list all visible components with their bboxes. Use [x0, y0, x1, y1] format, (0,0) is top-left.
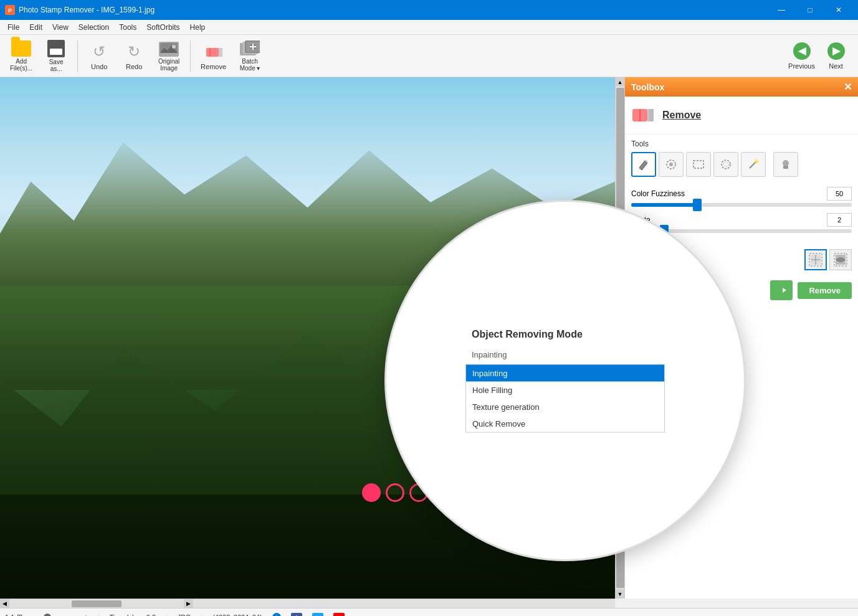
- dilate-value[interactable]: 2: [827, 213, 852, 227]
- youtube-icon[interactable]: ▶: [333, 613, 345, 617]
- remove-button[interactable]: Remove: [196, 38, 231, 74]
- remove-label: Remove: [201, 63, 226, 70]
- previous-icon: ◀: [793, 42, 811, 60]
- tool-magic-select-button[interactable]: [659, 152, 684, 177]
- color-fuzziness-slider[interactable]: [631, 203, 852, 207]
- remove-action-button[interactable]: Remove: [798, 282, 852, 299]
- app-icon: P: [5, 5, 15, 15]
- format-label: JPG: [178, 614, 191, 617]
- info-icon[interactable]: i: [272, 613, 281, 617]
- watermark-circle-1: [362, 483, 381, 502]
- toolbox-header: Toolbox ✕: [625, 77, 858, 97]
- tool-magic-wand-button[interactable]: [741, 152, 766, 177]
- dropdown-item-quick-remove[interactable]: Quick Remove: [466, 415, 664, 432]
- menu-edit[interactable]: Edit: [24, 22, 47, 33]
- menu-bar: File Edit View Selection Tools SoftOrbit…: [0, 20, 858, 35]
- minimize-button[interactable]: —: [767, 0, 796, 20]
- original-image-button[interactable]: Original Image: [153, 38, 185, 74]
- status-sep2: |: [166, 614, 168, 617]
- zoom-section: 1:1 ⊞ – +: [5, 613, 88, 616]
- batch-mode-icon: [240, 40, 260, 57]
- status-sep1: |: [98, 614, 100, 617]
- tool-rect-select-button[interactable]: [686, 152, 711, 177]
- time-label: Time (s):: [110, 614, 136, 617]
- title-left: P Photo Stamp Remover - IMG_1599-1.jpg: [5, 5, 155, 15]
- tools-label: Tools: [631, 140, 852, 148]
- dropdown-item-hole-filling[interactable]: Hole Filling: [466, 382, 664, 399]
- color-fuzziness-value[interactable]: 50: [827, 187, 852, 201]
- original-image-icon: [159, 40, 179, 57]
- previous-label: Previous: [788, 62, 815, 70]
- undo-button[interactable]: ↺ Undo: [83, 38, 115, 74]
- svg-rect-6: [206, 48, 219, 57]
- nav-buttons: ◀ Previous ▶ Next: [784, 38, 853, 74]
- remove-section: Remove: [625, 97, 858, 135]
- scroll-down-arrow[interactable]: ▼: [616, 589, 625, 599]
- add-files-button[interactable]: Add File(s)...: [5, 38, 37, 74]
- toolbar: Add File(s)... Save as... ↺ Undo ↻ Redo: [0, 35, 858, 77]
- title-bar: P Photo Stamp Remover - IMG_1599-1.jpg —…: [0, 0, 858, 20]
- window-controls: — □ ✕: [767, 0, 853, 20]
- add-files-icon: [11, 40, 31, 57]
- color-fuzziness-row: Color Fuzziness 50: [631, 187, 852, 207]
- toolbox-close-button[interactable]: ✕: [844, 81, 852, 93]
- dropdown-item-inpainting[interactable]: Inpainting: [466, 365, 664, 382]
- svg-point-20: [669, 163, 673, 166]
- sep1: [77, 40, 78, 72]
- save-as-button[interactable]: Save as...: [40, 38, 72, 74]
- svg-line-24: [750, 162, 756, 168]
- main-area: SHOT ON MI 9T AI TRIPLE CAMERA ▲ ▼ Toolb…: [0, 77, 858, 599]
- menu-file[interactable]: File: [2, 22, 24, 33]
- menu-softorbits[interactable]: SoftOrbits: [141, 22, 184, 33]
- menu-view[interactable]: View: [47, 22, 74, 33]
- undo-label: Undo: [91, 63, 107, 70]
- svg-point-25: [755, 161, 757, 163]
- sep2: [190, 40, 191, 72]
- save-icon: [46, 40, 66, 57]
- zoom-minus-button[interactable]: –: [25, 614, 29, 617]
- save-as-label: Save as...: [49, 59, 64, 72]
- go-button[interactable]: [770, 280, 793, 300]
- batch-mode-label: Batch Mode ▾: [240, 58, 260, 72]
- hscroll-right-arrow[interactable]: ▶: [184, 599, 193, 609]
- svg-rect-16: [649, 109, 654, 121]
- original-image-label: Original Image: [158, 58, 179, 72]
- svg-rect-30: [783, 166, 788, 169]
- batch-mode-button[interactable]: Batch Mode ▾: [234, 38, 266, 74]
- menu-help[interactable]: Help: [185, 22, 211, 33]
- previous-button[interactable]: ◀ Previous: [784, 38, 819, 74]
- maximize-button[interactable]: □: [796, 0, 824, 20]
- dimensions-label: (4032x3024x24): [212, 614, 262, 617]
- mode-btn-1[interactable]: [804, 249, 827, 270]
- horizontal-scrollbar[interactable]: ◀ ▶: [0, 599, 615, 608]
- svg-point-22: [722, 160, 730, 169]
- tools-row: [631, 152, 852, 177]
- menu-tools[interactable]: Tools: [114, 22, 141, 33]
- mode-btn-2[interactable]: [829, 249, 852, 270]
- dropdown-item-texture-generation[interactable]: Texture generation: [466, 399, 664, 415]
- svg-line-26: [757, 159, 758, 161]
- hscroll-left-arrow[interactable]: ◀: [0, 599, 9, 609]
- svg-point-29: [783, 160, 789, 166]
- scroll-up-arrow[interactable]: ▲: [616, 77, 625, 87]
- close-button[interactable]: ✕: [824, 0, 853, 20]
- dropdown-title: Object Removing Mode: [465, 329, 665, 340]
- next-button[interactable]: ▶ Next: [819, 38, 853, 74]
- hscroll-thumb[interactable]: [72, 600, 122, 607]
- svg-rect-7: [219, 48, 222, 57]
- time-value: 0.2: [146, 614, 156, 617]
- tool-pencil-button[interactable]: [631, 152, 656, 177]
- bottom-bar: ◀ ▶: [0, 599, 858, 608]
- tool-lasso-button[interactable]: [713, 152, 738, 177]
- tool-stamp-button[interactable]: [773, 152, 798, 177]
- menu-selection[interactable]: Selection: [74, 22, 114, 33]
- status-bar: 1:1 ⊞ – + | Time (s): 0.2 | JPG | (4032x…: [0, 608, 858, 616]
- twitter-icon[interactable]: t: [312, 613, 323, 617]
- dropdown-current: Inpainting: [465, 348, 665, 362]
- redo-icon: ↻: [124, 42, 144, 62]
- facebook-icon[interactable]: f: [291, 613, 302, 617]
- redo-button[interactable]: ↻ Redo: [118, 38, 150, 74]
- zoom-plus-button[interactable]: +: [83, 614, 87, 617]
- zoom-label: 1:1: [5, 614, 14, 617]
- redo-label: Redo: [126, 63, 142, 70]
